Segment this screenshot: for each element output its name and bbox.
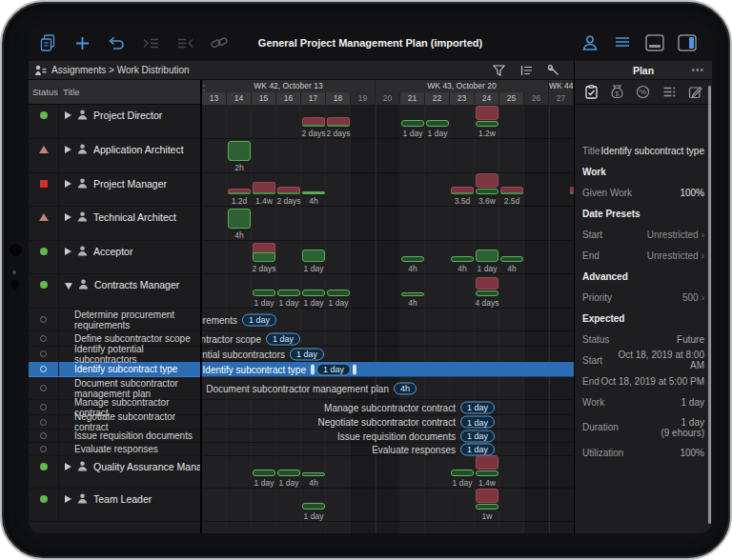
resource-row[interactable]: Project Director <box>29 105 200 139</box>
day-header-cell[interactable]: 24 <box>475 92 499 105</box>
workload-bar[interactable] <box>228 189 251 194</box>
day-header-cell[interactable]: 13 <box>202 92 227 105</box>
inspector-menu-button[interactable]: ••• <box>691 61 704 79</box>
day-header-cell[interactable]: 16 <box>276 92 301 105</box>
documents-icon[interactable] <box>38 33 57 52</box>
timeline-task-row[interactable]: Determine procurement requirements1 day <box>202 309 574 331</box>
disclosure-collapsed-icon[interactable] <box>65 495 71 503</box>
day-header-cell[interactable]: 27 <box>549 92 574 105</box>
layout-right-icon[interactable] <box>678 33 697 52</box>
timeline-resource-row[interactable]: 1 day1 day1 day1 day4h4 days <box>202 274 574 309</box>
task-row[interactable]: Identify potential subcontractors <box>29 347 200 362</box>
disclosure-collapsed-icon[interactable] <box>65 180 71 188</box>
workload-bar[interactable] <box>500 187 523 194</box>
duration-pill[interactable]: 1 day <box>266 332 300 345</box>
workload-bar[interactable] <box>253 290 275 296</box>
filter-icon[interactable] <box>493 65 505 76</box>
workload-bar[interactable] <box>451 256 474 262</box>
disclosure-collapsed-icon[interactable] <box>65 213 71 221</box>
resource-row[interactable]: Project Manager <box>29 173 200 207</box>
day-header-cell[interactable]: 23 <box>450 92 475 105</box>
workload-bar[interactable] <box>476 455 498 476</box>
workload-bar[interactable] <box>500 256 523 262</box>
workload-bar[interactable] <box>302 472 325 476</box>
workload-bar[interactable] <box>253 243 275 262</box>
workload-bar[interactable] <box>277 470 300 476</box>
task-row[interactable]: Identify subcontract type <box>29 362 200 377</box>
day-header-cell[interactable]: 19 <box>351 92 376 105</box>
timeline-resource-row[interactable]: 4h <box>202 207 574 241</box>
workload-bar[interactable] <box>426 120 449 127</box>
day-header-cell[interactable]: 17 <box>301 92 326 105</box>
resource-row[interactable]: Quality Assurance Manager <box>29 456 200 489</box>
disclosure-collapsed-icon[interactable] <box>65 146 71 153</box>
resource-row[interactable]: Team Leader <box>29 489 200 522</box>
day-header-cell[interactable]: 26 <box>524 92 549 105</box>
field-value[interactable]: Unrestricted <box>647 250 699 261</box>
resource-row[interactable]: Contracts Manager <box>29 274 200 309</box>
workload-bar[interactable] <box>451 187 474 194</box>
timeline-resource-row[interactable]: 2 days2 days1 day1 day1.2w <box>202 105 574 139</box>
workload-bar[interactable] <box>253 182 275 194</box>
workload-bar[interactable] <box>476 106 498 127</box>
workload-bar[interactable] <box>302 503 325 510</box>
add-icon[interactable] <box>72 33 92 52</box>
workload-bar[interactable] <box>253 470 275 476</box>
link-icon[interactable] <box>210 33 229 52</box>
drag-handle-right[interactable] <box>353 364 356 374</box>
edit-icon[interactable] <box>688 85 702 99</box>
disclosure-expanded-icon[interactable] <box>65 283 72 290</box>
timeline-task-row[interactable]: Define subcontractor scope1 day <box>202 331 574 347</box>
resources-icon[interactable] <box>580 33 600 52</box>
clipboard-check-icon[interactable] <box>584 85 599 99</box>
layout-bottom-icon[interactable] <box>645 33 664 52</box>
duration-pill[interactable]: 1 day <box>290 348 324 360</box>
workload-bar[interactable] <box>277 290 300 296</box>
day-header-cell[interactable]: 22 <box>425 92 450 105</box>
workload-bar[interactable] <box>277 187 300 194</box>
inspector-field[interactable]: Priority500› <box>582 287 704 308</box>
day-header-cell[interactable]: 14 <box>227 92 252 105</box>
workload-bar[interactable] <box>302 250 325 262</box>
notes-icon[interactable] <box>520 65 533 76</box>
money-icon[interactable]: $ <box>610 85 624 99</box>
timeline-task-row[interactable]: Evaluate responses1 day <box>202 443 574 456</box>
field-value[interactable]: Unrestricted <box>647 230 699 240</box>
duration-pill[interactable]: 1 day <box>460 430 495 442</box>
timeline-resource-row[interactable]: 2h <box>202 139 574 173</box>
selected-task-pill[interactable]: 1 day <box>311 363 356 375</box>
timeline-task-row[interactable]: Negotiate subcontractor contract1 day <box>202 415 574 430</box>
timeline-task-row[interactable]: Identify potential subcontractors1 day <box>202 347 574 362</box>
task-row[interactable]: Negotiate subcontractor contract <box>29 415 200 430</box>
workload-bar[interactable] <box>228 209 251 229</box>
duration-pill[interactable]: 4h <box>394 382 417 394</box>
wrench-icon[interactable] <box>548 65 560 76</box>
duration-pill[interactable]: 1 day <box>460 401 495 413</box>
workload-bar[interactable] <box>302 191 325 194</box>
list-icon[interactable] <box>662 85 677 99</box>
timeline-task-row[interactable]: Identify subcontract type1 day <box>202 362 574 377</box>
duration-pill[interactable]: 1 day <box>316 363 351 375</box>
timeline-task-row[interactable]: Document subcontractor management plan4h <box>202 377 574 400</box>
workload-bar[interactable] <box>401 292 424 296</box>
timeline-task-row[interactable]: Issue requisition documents1 day <box>202 430 574 443</box>
percent-icon[interactable]: % <box>636 85 650 99</box>
drag-handle-left[interactable] <box>311 364 315 374</box>
day-header-cell[interactable]: 21 <box>400 92 425 105</box>
inspector-field[interactable]: EndUnrestricted› <box>582 245 704 266</box>
day-header-cell[interactable]: 20 <box>376 92 400 105</box>
workload-bar[interactable] <box>451 470 474 476</box>
undo-icon[interactable] <box>107 33 126 52</box>
day-header-cell[interactable]: 25 <box>499 92 524 105</box>
workload-bar[interactable] <box>228 141 251 161</box>
duration-pill[interactable]: 1 day <box>460 416 495 429</box>
day-header-cell[interactable]: 15 <box>252 92 276 105</box>
inspector-field[interactable]: StartUnrestricted› <box>582 224 704 245</box>
timeline-resource-row[interactable]: 1 day1 day4h1 day1.4w <box>202 456 574 489</box>
timeline-resource-row[interactable]: 1 day1w <box>202 489 574 522</box>
timeline-resource-row[interactable]: 1.2d1.4w2 days4h3.5d3.6w2.5d <box>202 173 574 207</box>
breadcrumb[interactable]: Assignments > Work Distribution <box>51 65 190 75</box>
resource-row[interactable]: Acceptor <box>29 241 200 274</box>
field-value[interactable]: 500 <box>682 292 699 303</box>
workload-bar[interactable] <box>327 117 350 127</box>
